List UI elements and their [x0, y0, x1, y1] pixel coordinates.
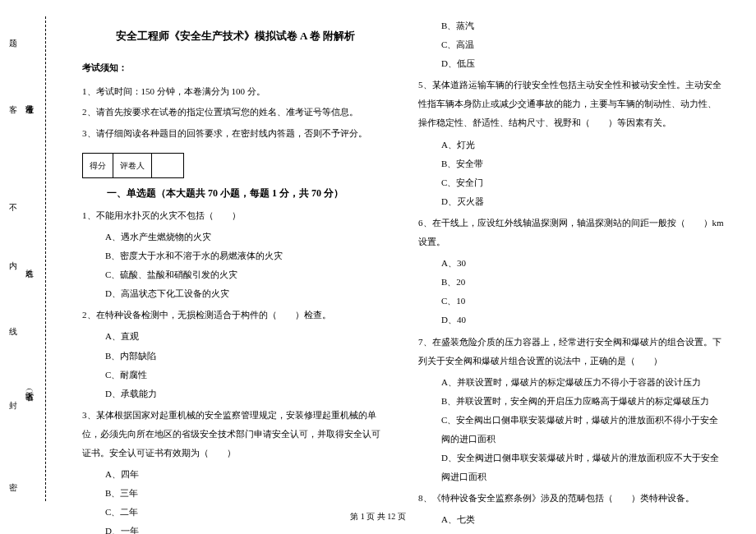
option: D、40	[441, 311, 725, 329]
option: D、高温状态下化工设备的火灾	[105, 284, 389, 303]
question-5: 5、某体道路运输车辆的行驶安全性包括主动安全性和被动安全性。主动安全性指车辆本身…	[418, 76, 725, 132]
option: C、10	[441, 292, 725, 311]
option: C、硫酸、盐酸和硝酸引发的火灾	[105, 265, 389, 284]
notice-item: 2、请首先按要求在试卷的指定位置填写您的姓名、准考证号等信息。	[82, 103, 389, 122]
option: C、耐腐性	[105, 366, 389, 384]
seal-char-mi: 密	[7, 476, 18, 478]
score-label: 得分	[83, 154, 113, 177]
right-column: B、蒸汽 C、高温 D、低压 5、某体道路运输车辆的行驶安全性包括主动安全性和被…	[403, 16, 740, 501]
option: A、灯光	[441, 136, 725, 154]
grader-label: 评卷人	[113, 154, 152, 177]
score-box: 得分 评卷人	[82, 153, 184, 178]
option: B、20	[441, 273, 725, 292]
question-3: 3、某体根据国家对起重机械的安全监察管理规定，安装修理起重机械的单位，必须先向所…	[82, 406, 389, 463]
option: D、安全阀进口侧串联安装爆破片时，爆破片的泄放面积应不大于安全阀进口面积	[441, 449, 725, 486]
option: B、安全带	[441, 154, 725, 173]
option: B、并联设置时，安全阀的开启压力应略高于爆破片的标定爆破压力	[441, 392, 725, 411]
seal-char-feng: 封	[7, 394, 18, 396]
question-7: 7、在盛装危险介质的压力容器上，经常进行安全阀和爆破片的组合设置。下列关于安全阀…	[418, 333, 725, 371]
seal-char-nei: 内	[7, 255, 18, 256]
option: B、蒸汽	[441, 16, 725, 35]
option: D、一年	[105, 522, 389, 534]
notice-item: 1、考试时间：150 分钟，本卷满分为 100 分。	[82, 82, 389, 101]
binding-labels: 密 封 线 内 不 客 题 省（市区） 姓名 准考证号	[0, 16, 45, 501]
option: B、密度大于水和不溶于水的易燃液体的火灾	[105, 246, 389, 265]
option: A、并联设置时，爆破片的标定爆破压力不得小于容器的设计压力	[441, 373, 725, 392]
question-2: 2、在特种设备检测中，无损检测适合于构件的（ ）检查。	[82, 306, 389, 325]
section-1-heading: 一、单选题（本大题共 70 小题，每题 1 分，共 70 分）	[107, 183, 343, 204]
content-columns: 安全工程师《安全生产技术》模拟试卷 A 卷 附解析 考试须知： 1、考试时间：1…	[58, 16, 756, 501]
option: A、30	[441, 254, 725, 273]
option: B、内部缺陷	[105, 347, 389, 366]
question-6: 6、在干线上，应设红外线轴温探测网，轴温探测站的间距一般按（ ）km 设置。	[418, 214, 725, 251]
option: C、安全阀出口侧串联安装爆破片时，爆破片的泄放面积不得小于安全阀的进口面积	[441, 411, 725, 449]
exam-title: 安全工程师《安全生产技术》模拟试卷 A 卷 附解析	[82, 25, 389, 47]
seal-char-ke: 客	[7, 99, 18, 100]
seal-char-ti: 题	[7, 33, 18, 35]
page-footer: 第 1 页 共 12 页	[0, 511, 756, 522]
option: A、直观	[105, 327, 389, 346]
option: B、三年	[105, 484, 389, 503]
option: D、灭火器	[441, 192, 725, 211]
option: D、低压	[441, 54, 725, 73]
seal-char-xian: 线	[7, 320, 18, 322]
score-blank	[152, 154, 183, 177]
exam-page: 密 封 线 内 不 客 题 省（市区） 姓名 准考证号 安全工程师《安全生产技术…	[0, 0, 756, 501]
binding-dashed-line	[45, 16, 46, 501]
binding-gutter: 密 封 线 内 不 客 题 省（市区） 姓名 准考证号	[0, 16, 58, 501]
question-1: 1、不能用水扑灭的火灾不包括（ ）	[82, 206, 389, 225]
option: A、四年	[105, 465, 389, 484]
option: B、八类	[441, 529, 725, 534]
notice-heading: 考试须知：	[82, 58, 389, 77]
option: A、遇水产生燃烧物的火灾	[105, 228, 389, 246]
score-row: 得分 评卷人 一、单选题（本大题共 70 小题，每题 1 分，共 70 分）	[82, 145, 389, 204]
option: C、高温	[441, 35, 725, 54]
question-8: 8、《特种设备安全监察条例》涉及的范畴包括（ ）类特种设备。	[418, 489, 725, 508]
notice-item: 3、请仔细阅读各种题目的回答要求，在密封线内答题，否则不予评分。	[82, 124, 389, 143]
option: D、承载能力	[105, 384, 389, 403]
seal-char-bu: 不	[7, 197, 18, 199]
left-column: 安全工程师《安全生产技术》模拟试卷 A 卷 附解析 考试须知： 1、考试时间：1…	[58, 16, 403, 501]
option: C、安全门	[441, 173, 725, 192]
